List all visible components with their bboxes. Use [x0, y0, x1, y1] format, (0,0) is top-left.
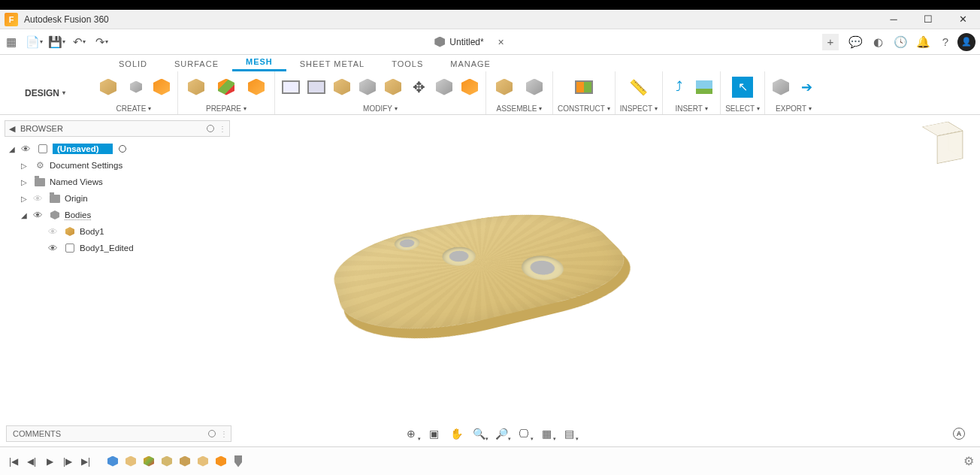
- tree-body1[interactable]: 👁 Body1: [6, 223, 228, 240]
- visibility-icon[interactable]: 👁: [21, 144, 33, 155]
- tree-body1-edited[interactable]: 👁 Body1_Edited: [6, 240, 228, 256]
- tab-sheet-metal[interactable]: SHEET METAL: [286, 56, 378, 71]
- grid-settings-button[interactable]: ▦▾: [537, 426, 555, 441]
- viewport[interactable]: [233, 120, 974, 422]
- tab-manage[interactable]: MANAGE: [437, 56, 504, 71]
- convert-mesh-button[interactable]: [458, 76, 481, 98]
- 3d-print-button[interactable]: [770, 76, 792, 98]
- timeline-feature[interactable]: [213, 454, 228, 469]
- tree-named-views[interactable]: ▷ Named Views: [6, 174, 228, 190]
- construct-button[interactable]: [570, 74, 597, 101]
- display-settings-button[interactable]: 🖵▾: [515, 426, 533, 441]
- undo-button[interactable]: ↶▾: [68, 31, 90, 53]
- viewport-layout-button[interactable]: ▤▾: [560, 426, 578, 441]
- tab-mesh[interactable]: MESH: [232, 54, 286, 71]
- new-component-button[interactable]: [491, 74, 518, 101]
- save-button[interactable]: 💾▾: [45, 31, 68, 53]
- gear-icon: ⚙: [33, 159, 47, 171]
- timeline-feature[interactable]: [177, 454, 192, 469]
- comments-panel-header[interactable]: COMMENTS ⋮: [6, 425, 231, 442]
- tree-doc-settings[interactable]: ▷⚙ Document Settings: [6, 157, 228, 174]
- timeline-end-button[interactable]: ▶|: [78, 454, 93, 469]
- shell-button[interactable]: [382, 76, 404, 98]
- tab-tools[interactable]: TOOLS: [378, 56, 437, 71]
- tab-surface[interactable]: SURFACE: [161, 56, 232, 71]
- tree-root[interactable]: ◢ 👁 (Unsaved): [6, 141, 228, 157]
- visibility-hidden-icon[interactable]: 👁: [33, 193, 45, 204]
- ribbon: DESIGN▾ CREATE▾ PREPARE▾ ✥ MODIFY▾: [0, 71, 980, 115]
- view-cube[interactable]: [924, 125, 960, 161]
- orbit-button[interactable]: ⊕▾: [402, 426, 420, 441]
- tree-bodies[interactable]: ◢👁 Bodies: [6, 207, 228, 223]
- data-panel-button[interactable]: ▦: [0, 31, 23, 53]
- extensions-button[interactable]: 💬: [845, 32, 866, 53]
- create-mesh-button[interactable]: [150, 76, 173, 98]
- panel-grip-icon[interactable]: ⋮: [220, 430, 228, 438]
- autodesk-badge-icon[interactable]: A: [953, 428, 965, 440]
- document-tab[interactable]: Untitled*: [427, 32, 491, 53]
- timeline-step-back-button[interactable]: ◀|: [24, 454, 39, 469]
- job-status-button[interactable]: 🕓: [890, 32, 911, 53]
- timeline-play-button[interactable]: ▶: [42, 454, 57, 469]
- combine-face-groups-button[interactable]: [243, 74, 270, 101]
- timeline-settings-button[interactable]: ⚙: [963, 454, 974, 468]
- pan-button[interactable]: ✋: [447, 426, 465, 441]
- folder-icon: [50, 195, 60, 203]
- tree-origin[interactable]: ▷👁 Origin: [6, 190, 228, 207]
- timeline-step-fwd-button[interactable]: |▶: [60, 454, 75, 469]
- joint-button[interactable]: [521, 74, 548, 101]
- browser-collapse-icon[interactable]: ◀: [5, 124, 19, 134]
- inspect-button[interactable]: 📏: [625, 74, 652, 101]
- browser-title: BROWSER: [19, 124, 202, 133]
- insert-mesh-button[interactable]: [95, 74, 122, 101]
- close-button[interactable]: ✕: [945, 10, 980, 29]
- notifications-button[interactable]: 🔔: [912, 32, 933, 53]
- zoom-button[interactable]: 🔍▾: [470, 426, 488, 441]
- timeline-feature[interactable]: [141, 454, 156, 469]
- visibility-icon[interactable]: 👁: [33, 210, 45, 221]
- tab-solid[interactable]: SOLID: [105, 56, 161, 71]
- plane-cut-button[interactable]: [356, 76, 379, 98]
- browser-header[interactable]: ◀ BROWSER ⋮: [5, 120, 230, 137]
- scale-button[interactable]: [433, 76, 455, 98]
- user-avatar[interactable]: 👤: [957, 33, 975, 51]
- timeline-feature[interactable]: [123, 454, 138, 469]
- panel-grip-icon[interactable]: ⋮: [219, 125, 226, 133]
- generate-face-groups-button[interactable]: [213, 74, 240, 101]
- app-title: Autodesk Fusion 360: [24, 14, 876, 25]
- insert-derive-button[interactable]: ⤴: [667, 76, 690, 98]
- timeline-feature[interactable]: [195, 454, 210, 469]
- timeline-feature[interactable]: [159, 454, 174, 469]
- visibility-hidden-icon[interactable]: 👁: [48, 226, 60, 238]
- workspace-switcher[interactable]: DESIGN▾: [0, 71, 90, 114]
- select-button[interactable]: ↖: [729, 74, 756, 101]
- remesh-button[interactable]: [305, 76, 328, 98]
- look-at-button[interactable]: ▣: [425, 426, 443, 441]
- redo-button[interactable]: ↷▾: [90, 31, 113, 53]
- activate-radio-icon[interactable]: [119, 145, 126, 153]
- fit-button[interactable]: 🔎▾: [492, 426, 510, 441]
- updates-button[interactable]: ◐: [867, 32, 888, 53]
- tessellate-button[interactable]: [125, 76, 147, 98]
- insert-image-button[interactable]: [693, 76, 715, 98]
- repair-button[interactable]: [183, 74, 210, 101]
- maximize-button[interactable]: ☐: [911, 10, 945, 29]
- mesh-model[interactable]: [338, 180, 654, 406]
- file-menu-button[interactable]: 📄▾: [23, 31, 45, 53]
- move-button[interactable]: ✥: [407, 76, 430, 98]
- minimize-button[interactable]: ─: [876, 10, 911, 29]
- new-tab-button[interactable]: +: [822, 34, 839, 50]
- timeline-start-button[interactable]: |◀: [6, 454, 21, 469]
- folder-icon: [35, 178, 45, 186]
- browser-settings-icon[interactable]: [207, 125, 214, 132]
- export-button[interactable]: ➔: [795, 76, 818, 98]
- reduce-button[interactable]: [331, 76, 353, 98]
- help-button[interactable]: ?: [935, 32, 956, 53]
- direct-edit-button[interactable]: [280, 76, 302, 98]
- timeline-marker[interactable]: [234, 455, 242, 467]
- timeline-feature[interactable]: [105, 454, 120, 469]
- document-icon: [434, 37, 445, 47]
- comments-settings-icon[interactable]: [208, 430, 216, 437]
- visibility-icon[interactable]: 👁: [48, 243, 60, 254]
- tab-close-button[interactable]: ×: [495, 36, 508, 48]
